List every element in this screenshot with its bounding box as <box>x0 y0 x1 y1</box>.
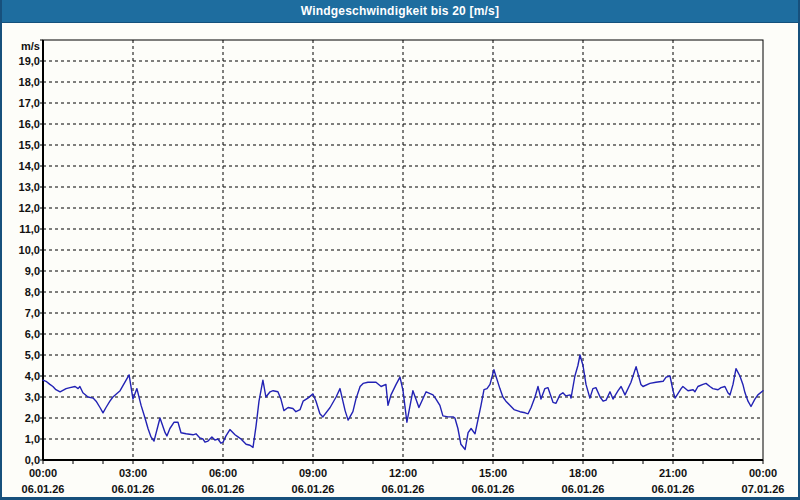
x-tick-date-label: 06.01.26 <box>292 483 335 495</box>
y-tick-label: 5,0 <box>6 349 40 361</box>
wind-speed-plot <box>2 0 800 500</box>
y-tick-label: 11,0 <box>6 223 40 235</box>
y-tick-label: 7,0 <box>6 307 40 319</box>
x-tick-time-label: 15:00 <box>479 467 507 479</box>
x-tick-time-label: 12:00 <box>389 467 417 479</box>
x-tick-date-label: 06.01.26 <box>472 483 515 495</box>
y-tick-label: 0,0 <box>6 454 40 466</box>
x-tick-time-label: 21:00 <box>659 467 687 479</box>
x-tick-date-label: 06.01.26 <box>382 483 425 495</box>
x-tick-time-label: 00:00 <box>749 467 777 479</box>
y-tick-label: 13,0 <box>6 181 40 193</box>
y-tick-label: 10,0 <box>6 244 40 256</box>
x-tick-date-label: 07.01.26 <box>742 483 785 495</box>
y-tick-label: 2,0 <box>6 412 40 424</box>
x-tick-date-label: 06.01.26 <box>652 483 695 495</box>
y-tick-label: 19,0 <box>6 55 40 67</box>
x-tick-date-label: 06.01.26 <box>22 483 65 495</box>
x-tick-time-label: 06:00 <box>209 467 237 479</box>
y-tick-label: 9,0 <box>6 265 40 277</box>
x-tick-date-label: 06.01.26 <box>562 483 605 495</box>
x-tick-time-label: 09:00 <box>299 467 327 479</box>
y-tick-label: 3,0 <box>6 391 40 403</box>
y-tick-label: 6,0 <box>6 328 40 340</box>
y-tick-label: 12,0 <box>6 202 40 214</box>
y-tick-label: 1,0 <box>6 433 40 445</box>
y-tick-label: 8,0 <box>6 286 40 298</box>
y-tick-label: 15,0 <box>6 139 40 151</box>
y-tick-label: 17,0 <box>6 97 40 109</box>
wind-speed-chart-window: Windgeschwindigkeit bis 20 [m/s] m/s 0,0… <box>0 0 800 500</box>
y-tick-label: 14,0 <box>6 160 40 172</box>
x-tick-time-label: 18:00 <box>569 467 597 479</box>
x-tick-date-label: 06.01.26 <box>112 483 155 495</box>
x-tick-time-label: 03:00 <box>119 467 147 479</box>
y-tick-label: 4,0 <box>6 370 40 382</box>
x-tick-date-label: 06.01.26 <box>202 483 245 495</box>
y-tick-label: 18,0 <box>6 76 40 88</box>
y-tick-label: 16,0 <box>6 118 40 130</box>
x-tick-time-label: 00:00 <box>29 467 57 479</box>
